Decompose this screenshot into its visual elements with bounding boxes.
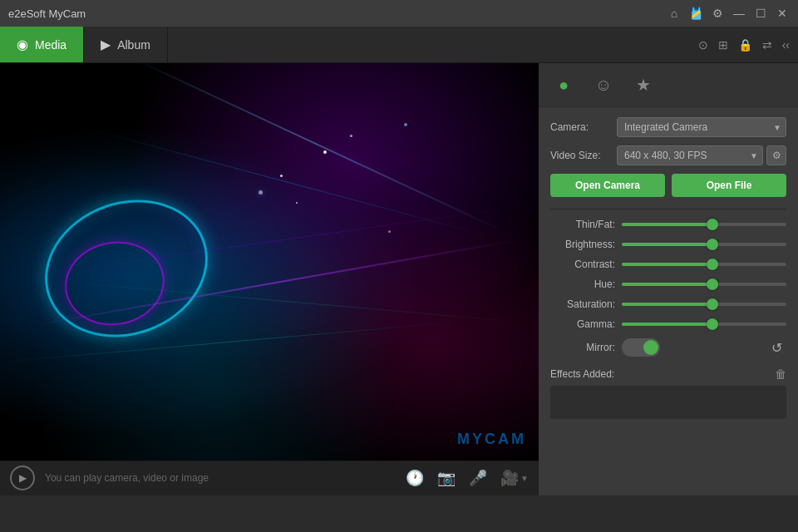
camera-row: Camera: Integrated Camera ▼ (550, 117, 786, 137)
panel-tab-face[interactable]: ☺ (589, 70, 618, 100)
brightness-slider[interactable] (622, 238, 786, 251)
contrast-row: Contrast: (550, 258, 786, 271)
video-size-row: Video Size: 640 x 480, 30 FPS ▼ ⚙ (550, 145, 786, 165)
bottom-icons: 🕐 📷 🎤 🎥 ▼ (406, 469, 529, 487)
panel-tabs: ● ☺ ★ (539, 63, 798, 107)
thin-fat-row: Thin/Fat: (550, 218, 786, 231)
toolbar-icon-1[interactable]: ⊙ (698, 38, 708, 52)
play-icon: ▶ (19, 472, 27, 484)
contrast-label: Contrast: (550, 259, 615, 270)
saturation-row: Saturation: (550, 298, 786, 311)
effects-header: Effects Added: 🗑 (550, 367, 786, 381)
app-title: e2eSoft MyCam (8, 7, 86, 20)
gamma-row: Gamma: (550, 318, 786, 331)
home-icon[interactable]: ⌂ (667, 6, 682, 21)
saturation-slider[interactable] (622, 298, 786, 311)
mirror-toggle[interactable] (622, 338, 660, 357)
album-icon: ▶ (101, 37, 111, 52)
settings-icon[interactable]: ⚙ (710, 6, 725, 21)
mic-icon[interactable]: 🎤 (469, 469, 487, 487)
open-buttons-row: Open Camera Open File (550, 174, 786, 197)
gamma-label: Gamma: (550, 318, 615, 330)
camera-tab-icon: ● (559, 76, 569, 95)
camera-select[interactable]: Integrated Camera (617, 117, 786, 137)
shirt-icon[interactable]: 🎽 (688, 6, 703, 21)
gamma-slider[interactable] (622, 318, 786, 331)
clock-icon[interactable]: 🕐 (406, 469, 424, 487)
close-button[interactable]: ✕ (775, 6, 790, 21)
face-tab-icon: ☺ (595, 76, 612, 95)
effects-list (550, 386, 786, 419)
preview-area: MYCAM (0, 63, 539, 461)
reset-button[interactable]: ↺ (766, 337, 786, 357)
hue-label: Hue: (550, 278, 615, 290)
hue-row: Hue: (550, 278, 786, 291)
toggle-knob (643, 340, 658, 355)
effects-delete-icon[interactable]: 🗑 (775, 367, 786, 381)
toolbar-icon-2[interactable]: ⊞ (718, 38, 728, 52)
panel-tab-star[interactable]: ★ (628, 70, 658, 100)
contrast-slider[interactable] (622, 258, 786, 271)
divider (550, 209, 786, 209)
tab-bar: ◉ Media ▶ Album ⊙ ⊞ 🔒 ⇄ ‹‹ (0, 27, 798, 63)
video-size-controls: 640 x 480, 30 FPS ▼ ⚙ (617, 145, 786, 165)
video-size-select[interactable]: 640 x 480, 30 FPS (617, 145, 763, 165)
thin-fat-label: Thin/Fat: (550, 219, 615, 230)
camera-label: Camera: (550, 121, 617, 133)
play-button[interactable]: ▶ (10, 466, 35, 490)
saturation-label: Saturation: (550, 298, 615, 310)
window-controls: ⌂ 🎽 ⚙ — ☐ ✕ (667, 6, 790, 21)
toolbar-icon-share[interactable]: ⇄ (762, 38, 772, 52)
preview-image: MYCAM (0, 63, 539, 461)
toolbar-icon-collapse[interactable]: ‹‹ (782, 38, 790, 52)
media-tab-label: Media (35, 38, 66, 52)
mirror-row: Mirror: ↺ (550, 337, 786, 357)
brightness-label: Brightness: (550, 239, 615, 250)
snapshot-icon[interactable]: 📷 (437, 469, 456, 487)
video-size-dropdown-wrapper: 640 x 480, 30 FPS ▼ (617, 145, 763, 165)
effects-label: Effects Added: (550, 368, 614, 380)
album-tab-label: Album (117, 38, 150, 52)
tab-media[interactable]: ◉ Media (0, 27, 84, 62)
open-camera-button[interactable]: Open Camera (550, 174, 665, 197)
reset-icon: ↺ (771, 340, 782, 356)
video-icon: 🎥 (500, 469, 519, 487)
tab-album[interactable]: ▶ Album (84, 27, 168, 62)
hue-slider[interactable] (622, 278, 786, 291)
video-dropdown-chevron: ▼ (520, 474, 529, 483)
video-size-label: Video Size: (550, 150, 617, 161)
toolbar: ⊙ ⊞ 🔒 ⇄ ‹‹ (168, 27, 798, 62)
title-bar: e2eSoft MyCam ⌂ 🎽 ⚙ — ☐ ✕ (0, 0, 798, 27)
mirror-label: Mirror: (550, 342, 615, 353)
maximize-button[interactable]: ☐ (753, 6, 768, 21)
video-size-settings-button[interactable]: ⚙ (766, 145, 786, 165)
right-panel: ● ☺ ★ Camera: Integrated Camera ▼ (539, 63, 798, 495)
open-file-button[interactable]: Open File (672, 174, 786, 197)
hint-text: You can play camera, video or image (45, 472, 396, 484)
toolbar-icon-lock[interactable]: 🔒 (738, 38, 752, 52)
mycam-logo: MYCAM (457, 431, 526, 448)
bottom-bar: ▶ You can play camera, video or image 🕐 … (0, 461, 539, 495)
minimize-button[interactable]: — (732, 6, 746, 21)
star-tab-icon: ★ (636, 75, 651, 95)
brightness-row: Brightness: (550, 238, 786, 251)
panel-content: Camera: Integrated Camera ▼ Video Size: … (539, 107, 798, 495)
media-icon: ◉ (17, 37, 28, 52)
main-layout: MYCAM ▶ You can play camera, video or im… (0, 63, 798, 495)
panel-tab-camera[interactable]: ● (549, 70, 579, 100)
video-icon-wrapper[interactable]: 🎥 ▼ (500, 469, 529, 487)
thin-fat-slider[interactable] (622, 218, 786, 231)
camera-dropdown-wrapper: Integrated Camera ▼ (617, 117, 786, 137)
gear-icon: ⚙ (772, 150, 781, 161)
